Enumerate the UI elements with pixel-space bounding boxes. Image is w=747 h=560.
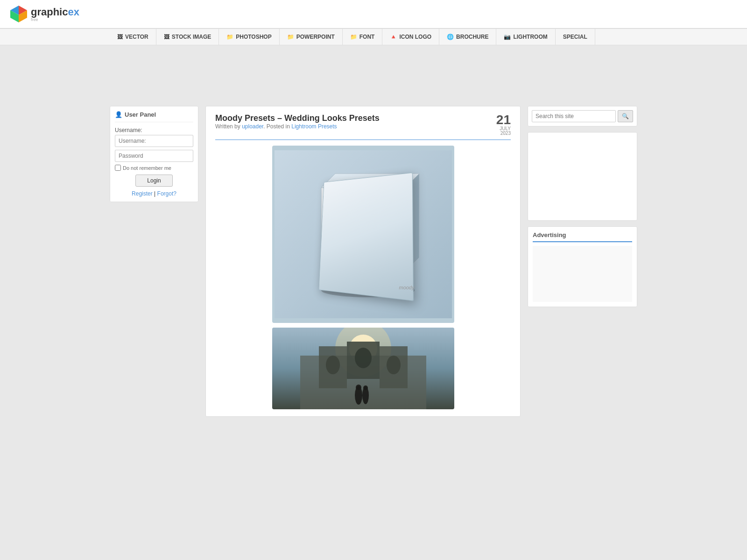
nav-item-vector[interactable]: 🖼 VECTOR — [110, 29, 156, 45]
nav-item-photoshop[interactable]: 📁 PHOTOSHOP — [219, 29, 279, 45]
banner-ad-area — [0, 45, 747, 101]
nav-link-vector[interactable]: 🖼 VECTOR — [110, 29, 156, 45]
svg-marker-7 — [321, 174, 419, 188]
search-input[interactable] — [532, 110, 616, 122]
post-header: Moody Presets – Wedding Looks Presets Wr… — [215, 113, 511, 140]
nav-label-lightroom: LIGHTROOM — [513, 34, 547, 40]
password-input[interactable] — [115, 150, 193, 162]
posted-in-text: . Posted in — [263, 123, 291, 130]
nav-label-icon-logo: ICON LOGO — [399, 34, 431, 40]
nav-item-lightroom[interactable]: 📷 LIGHTROOM — [496, 29, 555, 45]
user-panel: 👤 User Panel Username: Do not remember m… — [110, 106, 198, 202]
font-icon: 📁 — [350, 34, 357, 40]
brochure-icon: 🌐 — [447, 34, 454, 40]
svg-marker-8 — [405, 174, 419, 272]
svg-point-12 — [321, 283, 415, 297]
nav-item-brochure[interactable]: 🌐 BROCHURE — [439, 29, 496, 45]
header: graphicex free — [0, 0, 747, 28]
written-by-text: Written by — [215, 123, 242, 130]
ad-box-1 — [528, 132, 637, 221]
svg-marker-6 — [321, 188, 405, 272]
user-panel-label: User Panel — [125, 111, 156, 118]
box-product-svg: moody — [275, 150, 452, 318]
auth-links: Register | Forgot? — [115, 190, 193, 197]
post-image-2 — [272, 328, 454, 409]
category-link[interactable]: Lightroom Presets — [291, 123, 337, 130]
logo[interactable]: graphicex free — [9, 5, 79, 23]
register-link[interactable]: Register — [132, 190, 153, 197]
login-button[interactable]: Login — [135, 175, 173, 187]
nav-label-vector: VECTOR — [125, 34, 148, 40]
logo-text: graphicex free — [31, 6, 79, 22]
logo-icon — [9, 5, 28, 23]
username-input[interactable] — [115, 135, 193, 147]
user-panel-title: 👤 User Panel — [115, 111, 193, 122]
svg-point-21 — [387, 356, 401, 374]
advertising-title: Advertising — [533, 231, 632, 242]
nav-link-powerpoint[interactable]: 📁 POWERPOINT — [280, 29, 343, 45]
auth-separator: | — [154, 190, 155, 197]
author-link[interactable]: uploader — [242, 123, 263, 130]
svg-point-26 — [363, 385, 368, 390]
search-box: 🔍 — [528, 106, 637, 126]
main-nav: 🖼 VECTOR 🖼 STOCK IMAGE 📁 PHOTOSHOP 📁 POW… — [0, 28, 747, 45]
remember-me-text: Do not remember me — [123, 165, 171, 171]
post-image-1: moody — [272, 146, 454, 323]
main-wrapper: 👤 User Panel Username: Do not remember m… — [110, 101, 637, 421]
nav-item-powerpoint[interactable]: 📁 POWERPOINT — [280, 29, 343, 45]
advertising-box: Advertising — [528, 226, 637, 307]
icon-logo-icon: 🔺 — [390, 34, 397, 40]
nav-link-lightroom[interactable]: 📷 LIGHTROOM — [496, 29, 555, 45]
nav-item-special[interactable]: SPECIAL — [556, 29, 595, 45]
post-images: moody — [215, 146, 511, 409]
nav-label-font: FONT — [359, 34, 375, 40]
photoshop-icon: 📁 — [226, 34, 233, 40]
vector-icon: 🖼 — [117, 34, 123, 40]
post-date: 21 JULY 2023 — [496, 113, 511, 136]
main-content: Moody Presets – Wedding Looks Presets Wr… — [205, 106, 521, 417]
lightroom-icon: 📷 — [504, 34, 511, 40]
username-label: Username: — [115, 127, 193, 133]
right-sidebar: 🔍 Advertising — [528, 106, 637, 417]
nav-label-special: SPECIAL — [563, 34, 587, 40]
nav-label-stock-image: STOCK IMAGE — [172, 34, 211, 40]
nav-item-stock-image[interactable]: 🖼 STOCK IMAGE — [156, 29, 219, 45]
stock-image-icon: 🖼 — [164, 34, 169, 40]
nav-item-font[interactable]: 📁 FONT — [343, 29, 383, 45]
forgot-link[interactable]: Forgot? — [157, 190, 176, 197]
product-box-visual: moody — [275, 150, 452, 318]
svg-point-20 — [326, 356, 340, 374]
post-date-year: 2023 — [496, 131, 511, 136]
arch-photo-svg — [272, 328, 454, 409]
nav-link-photoshop[interactable]: 📁 PHOTOSHOP — [219, 29, 279, 45]
svg-text:moody: moody — [355, 260, 372, 266]
nav-list: 🖼 VECTOR 🖼 STOCK IMAGE 📁 PHOTOSHOP 📁 POW… — [110, 29, 637, 45]
powerpoint-icon: 📁 — [287, 34, 294, 40]
svg-point-10 — [358, 191, 369, 203]
nav-label-powerpoint: POWERPOINT — [296, 34, 335, 40]
nav-label-brochure: BROCHURE — [456, 34, 488, 40]
ad-content — [533, 246, 632, 302]
post-date-day: 21 — [496, 112, 511, 127]
user-icon: 👤 — [115, 111, 122, 118]
nav-link-stock-image[interactable]: 🖼 STOCK IMAGE — [156, 29, 219, 45]
nav-link-font[interactable]: 📁 FONT — [343, 29, 383, 45]
nav-link-icon-logo[interactable]: 🔺 ICON LOGO — [382, 29, 439, 45]
nav-item-icon-logo[interactable]: 🔺 ICON LOGO — [382, 29, 439, 45]
post-meta: Written by uploader. Posted in Lightroom… — [215, 123, 380, 130]
svg-point-22 — [355, 348, 372, 368]
nav-label-photoshop: PHOTOSHOP — [236, 34, 271, 40]
remember-me-label: Do not remember me — [115, 165, 193, 171]
nav-link-brochure[interactable]: 🌐 BROCHURE — [439, 29, 496, 45]
svg-point-9 — [352, 197, 375, 225]
nav-link-special[interactable]: SPECIAL — [556, 29, 595, 45]
sidebar: 👤 User Panel Username: Do not remember m… — [110, 106, 198, 417]
post-title: Moody Presets – Wedding Looks Presets — [215, 113, 380, 123]
search-icon: 🔍 — [622, 113, 629, 119]
search-button[interactable]: 🔍 — [618, 110, 633, 122]
svg-point-24 — [356, 385, 361, 390]
remember-me-checkbox[interactable] — [115, 165, 121, 171]
